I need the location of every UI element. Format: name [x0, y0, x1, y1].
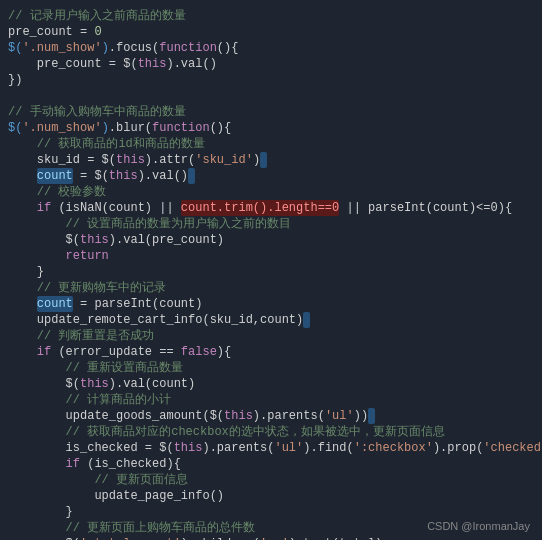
code-line [0, 88, 542, 104]
code-line: count = parseInt(count) [0, 296, 542, 312]
code-line: // 获取商品对应的checkbox的选中状态，如果被选中，更新页面信息 [0, 424, 542, 440]
code-line: $('.num_show').focus(function(){ [0, 40, 542, 56]
code-line: $(this).val(count) [0, 376, 542, 392]
code-line: return [0, 248, 542, 264]
code-line: // 更新购物车中的记录 [0, 280, 542, 296]
code-line: // 设置商品的数量为用户输入之前的数目 [0, 216, 542, 232]
code-line: $('.num_show').blur(function(){ [0, 120, 542, 136]
code-line: update_goods_amount($(this).parents('ul'… [0, 408, 542, 424]
code-line: // 记录用户输入之前商品的数量 [0, 8, 542, 24]
code-container: // 记录用户输入之前商品的数量pre_count = 0$('.num_sho… [0, 0, 542, 540]
code-line: }) [0, 72, 542, 88]
code-line: update_remote_cart_info(sku_id,count) [0, 312, 542, 328]
code-line: if (is_checked){ [0, 456, 542, 472]
code-line: $('.total_count').children('em').text(to… [0, 536, 542, 540]
code-line: // 校验参数 [0, 184, 542, 200]
code-line: count = $(this).val() [0, 168, 542, 184]
watermark: CSDN @IronmanJay [427, 520, 530, 532]
code-line: if (isNaN(count) || count.trim().length=… [0, 200, 542, 216]
code-line: is_checked = $(this).parents('ul').find(… [0, 440, 542, 456]
code-line: if (error_update == false){ [0, 344, 542, 360]
code-line: // 判断重置是否成功 [0, 328, 542, 344]
code-line: sku_id = $(this).attr('sku_id') [0, 152, 542, 168]
code-line: // 获取商品的id和商品的数量 [0, 136, 542, 152]
code-line: // 更新页面信息 [0, 472, 542, 488]
code-line: $(this).val(pre_count) [0, 232, 542, 248]
code-line: pre_count = 0 [0, 24, 542, 40]
code-line: // 手动输入购物车中商品的数量 [0, 104, 542, 120]
code-line: } [0, 264, 542, 280]
code-line: update_page_info() [0, 488, 542, 504]
code-line: pre_count = $(this).val() [0, 56, 542, 72]
code-line: } [0, 504, 542, 520]
code-line: // 重新设置商品数量 [0, 360, 542, 376]
code-line: // 计算商品的小计 [0, 392, 542, 408]
